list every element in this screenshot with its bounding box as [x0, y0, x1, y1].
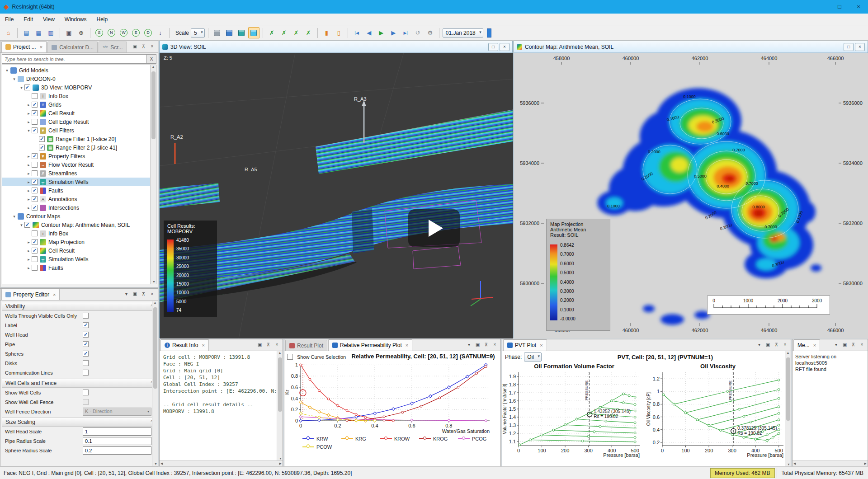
- pin-icon[interactable]: ⊼: [265, 342, 272, 348]
- tree-item-intersections[interactable]: ▸✓Intersections: [2, 203, 156, 212]
- close-icon[interactable]: ×: [274, 342, 280, 348]
- close-icon[interactable]: ×: [859, 342, 865, 348]
- dock-menu-icon[interactable]: ▾: [466, 342, 472, 348]
- close-icon[interactable]: ×: [782, 342, 788, 348]
- maximize-button[interactable]: □: [830, 0, 849, 14]
- open-project-icon[interactable]: ⌂: [3, 27, 14, 38]
- result-info-vscroll[interactable]: ▲▼: [277, 351, 283, 466]
- draw-style-box-icon[interactable]: [212, 27, 223, 38]
- checkbox-range-filter-1-i-slice-20[interactable]: ✓: [39, 136, 45, 142]
- view-from-south-icon[interactable]: S: [94, 27, 105, 38]
- legend-item-krog[interactable]: KROG: [419, 435, 458, 443]
- expand-closed-icon[interactable]: ▸: [26, 163, 32, 167]
- relperm-chart[interactable]: 00.20.40.60.800.20.40.60.81KrWater/Gas S…: [284, 360, 495, 434]
- legend-item-krw[interactable]: KRW: [302, 435, 341, 443]
- expand-closed-icon[interactable]: ▸: [26, 120, 32, 124]
- input-pipe-radius-scale[interactable]: 0.1: [83, 437, 151, 445]
- checkbox-pipe[interactable]: ✓: [83, 341, 89, 347]
- show-curve-selection-checkbox[interactable]: [287, 354, 293, 360]
- float-icon[interactable]: ▣: [132, 291, 138, 298]
- checkbox-well-head[interactable]: ✓: [83, 332, 89, 338]
- anim-repeat-icon[interactable]: ↺: [412, 27, 424, 38]
- legend-item-pcog[interactable]: PCOG: [458, 435, 497, 443]
- checkbox-simulation-wells[interactable]: ✓: [32, 179, 38, 185]
- close-button[interactable]: ×: [849, 0, 868, 14]
- expand-closed-icon[interactable]: ▸: [26, 103, 32, 107]
- search-input[interactable]: [2, 54, 147, 64]
- tab-messages[interactable]: Me... ×: [793, 339, 820, 351]
- menu-help[interactable]: Help: [92, 14, 113, 25]
- legend-item-krow[interactable]: KROW: [380, 435, 419, 443]
- menu-view[interactable]: View: [38, 14, 60, 25]
- tree-item-3d-view-mobporv[interactable]: ▾✓3D View: MOBPORV: [2, 83, 156, 92]
- checkbox-map-projection[interactable]: ✓: [32, 239, 38, 245]
- float-icon[interactable]: ▣: [841, 342, 848, 348]
- checkbox-range-filter-2-j-slice-41[interactable]: ✓: [39, 145, 45, 150]
- tree-item-simulation-wells[interactable]: ▸✓┬Simulation Wells: [2, 178, 156, 186]
- expand-closed-icon[interactable]: ▸: [26, 206, 32, 210]
- draw-style-surface-icon[interactable]: [224, 27, 235, 38]
- anim-skip-start-icon[interactable]: |◀: [351, 27, 363, 38]
- tree-item-info-box[interactable]: iInfo Box: [2, 229, 156, 238]
- tab-relative-permeability-plot[interactable]: Relative Permeability Plot ×: [328, 339, 412, 351]
- tree-item-cell-filters[interactable]: ▾✓▼Cell Filters: [2, 126, 156, 135]
- tree-scrollbar[interactable]: ▲▼: [150, 65, 156, 284]
- checkbox-info-box[interactable]: [32, 93, 38, 99]
- tree-item-contour-map-arithmetic-mean-soil[interactable]: ▾✓Contour Map: Arithmetic Mean, SOIL: [2, 221, 156, 229]
- checkbox-faults[interactable]: [32, 265, 38, 271]
- tree-item-cell-result[interactable]: ▸✓Cell Result: [2, 246, 156, 255]
- expand-open-icon[interactable]: ▾: [4, 68, 10, 73]
- float-icon[interactable]: ▣: [256, 342, 263, 348]
- expand-closed-icon[interactable]: ▸: [26, 111, 32, 116]
- tree-item-annotations[interactable]: ▸✓AAnnotations: [2, 195, 156, 203]
- expand-open-icon[interactable]: ▾: [19, 85, 24, 90]
- expand-open-icon[interactable]: ▾: [11, 77, 17, 81]
- tree-item-cell-result[interactable]: ▸✓Cell Result: [2, 109, 156, 117]
- checkbox-cell-result[interactable]: ✓: [32, 248, 38, 254]
- legend-item-krg[interactable]: KRG: [341, 435, 380, 443]
- zoom-all-icon[interactable]: ⊕: [75, 27, 87, 38]
- checkbox-flow-vector-result[interactable]: [32, 162, 38, 168]
- expand-open-icon[interactable]: ▾: [26, 128, 32, 133]
- dock-menu-icon[interactable]: ▾: [756, 342, 763, 348]
- checkbox-grids[interactable]: ✓: [32, 102, 38, 108]
- checkbox-spheres[interactable]: ✓: [83, 351, 89, 357]
- pin-icon[interactable]: ⊼: [850, 342, 857, 348]
- checkbox-cell-filters[interactable]: ✓: [32, 127, 38, 133]
- pin-icon[interactable]: ⊼: [483, 342, 490, 348]
- checkbox-label[interactable]: ✓: [83, 322, 89, 328]
- legend-item-pcow[interactable]: PCOW: [302, 443, 341, 451]
- well-pipes-icon[interactable]: ✗: [278, 27, 290, 38]
- checkbox-3d-view-mobporv[interactable]: ✓: [24, 85, 30, 90]
- tree-item-faults[interactable]: ▸Faults: [2, 263, 156, 272]
- tab-result-plot[interactable]: Result Plot: [285, 340, 327, 351]
- section-header-well-cells-and-fence[interactable]: Well Cells and Fence^: [2, 379, 156, 388]
- checkbox-cell-edge-result[interactable]: [32, 119, 38, 125]
- search-clear-button[interactable]: X: [147, 54, 156, 64]
- menu-file[interactable]: File: [0, 14, 19, 25]
- tree-item-grid-models[interactable]: ▾Grid Models: [2, 66, 156, 75]
- expand-open-icon[interactable]: ▾: [19, 223, 24, 227]
- tab-project[interactable]: Project ...×: [1, 41, 47, 52]
- viscosity-chart[interactable]: 01002003004005000.20.40.60.811.2PRESSURE…: [646, 370, 788, 458]
- view-from-west-icon[interactable]: W: [118, 27, 129, 38]
- close-icon[interactable]: ×: [149, 43, 156, 50]
- fvf-chart[interactable]: 01002003004005001.11.21.31.41.51.61.71.8…: [502, 370, 644, 458]
- dock-menu-icon[interactable]: ▾: [123, 291, 130, 298]
- tree-item-simulation-wells[interactable]: ▸┬Simulation Wells: [2, 255, 156, 263]
- summary-plot-icon[interactable]: ▦: [33, 27, 44, 38]
- checkbox-communication-lines[interactable]: [83, 370, 89, 376]
- snapshot-icon[interactable]: ↓: [155, 27, 166, 38]
- tab-scr[interactable]: </>Scr...: [99, 42, 127, 52]
- checkbox-contour-map-arithmetic-mean-soil[interactable]: ✓: [24, 222, 30, 228]
- scale-select[interactable]: 5▾: [191, 28, 205, 38]
- view-from-east-icon[interactable]: E: [130, 27, 142, 38]
- input-well-head-scale[interactable]: 1: [83, 427, 151, 436]
- timestep-select[interactable]: 01.Jan 2018▾: [443, 28, 483, 38]
- close-icon[interactable]: ×: [540, 343, 542, 348]
- expand-closed-icon[interactable]: ▸: [26, 171, 32, 176]
- data-table-icon[interactable]: ▥: [45, 27, 57, 38]
- tile-windows-icon[interactable]: ▣: [63, 27, 75, 38]
- tree-item-faults[interactable]: ▸✓Faults: [2, 186, 156, 195]
- menu-edit[interactable]: Edit: [19, 14, 38, 25]
